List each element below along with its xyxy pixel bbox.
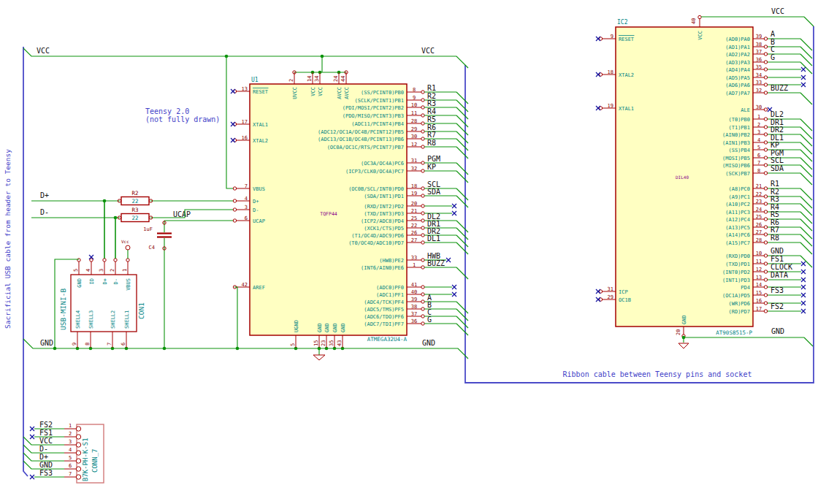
pin-end	[764, 241, 767, 244]
pin-name: (ADC6/TDO)PF6	[364, 314, 404, 320]
pin-number: 16	[242, 135, 248, 141]
resistor-ref: R2	[131, 190, 138, 196]
pin-name: VBUS	[253, 186, 265, 192]
pin-name: (SS/PCINT0)PB0	[361, 90, 404, 96]
pin-name: (A11)PC3	[725, 210, 750, 215]
pin-number: 1	[757, 114, 760, 120]
pin-name: SHELL4	[75, 310, 81, 329]
wire	[804, 337, 813, 346]
conn7-pad	[76, 443, 80, 447]
pin-number: 40	[411, 289, 417, 295]
pin-name: (AD6)PA6	[725, 83, 750, 88]
pin-name: (T0/OC4D/ADC10)PD7	[348, 240, 404, 246]
pin-end	[764, 148, 767, 151]
pin-number: 3	[69, 439, 72, 445]
pin-number: 26	[756, 222, 762, 228]
pin-number: 30	[756, 104, 762, 110]
pin-end	[764, 76, 767, 79]
pin-number: 9	[72, 343, 77, 345]
pin-name: GND	[681, 315, 687, 324]
pin-end	[764, 226, 767, 229]
pin-end	[421, 130, 424, 133]
pin-number: 19	[608, 103, 613, 109]
pin-number: 15	[313, 340, 319, 346]
pin-name: D-	[253, 207, 259, 213]
pin-number: 12	[411, 142, 417, 148]
wire	[456, 221, 468, 232]
u1-ref: U1	[251, 77, 259, 83]
vcc-rail	[23, 48, 468, 68]
net-label: DL1	[427, 234, 440, 243]
pin-name: (SCLK/PCINT1)PB1	[355, 98, 404, 104]
pin-name: (AD7)PA7	[725, 91, 750, 96]
schematic-canvas: Teensy 2.0 (not fully drawn) Ribbon cabl…	[0, 0, 826, 504]
conn7-pad	[76, 467, 80, 471]
net-label: KP	[770, 141, 779, 149]
pin-name: AVCC	[337, 87, 343, 99]
pin-number: 24	[756, 207, 762, 213]
wire	[456, 267, 468, 279]
pin-name: VCC	[318, 87, 324, 96]
pin-number: 5	[757, 145, 760, 150]
pin-end	[421, 226, 424, 229]
pin-end	[764, 118, 767, 121]
pin-name: (A13)PC5	[725, 225, 750, 231]
pin-name: (XCK1/CTS)PD5	[364, 226, 404, 232]
pin-name: UGND	[294, 320, 299, 332]
pin-number: 4	[85, 269, 91, 272]
resistor-value: 22	[131, 198, 138, 205]
net-label: G	[427, 316, 432, 324]
net-label: BUZZ	[427, 259, 445, 267]
pin-end	[764, 68, 767, 71]
pin-end	[698, 15, 701, 18]
pin-end	[764, 91, 767, 94]
pin-number: 4	[69, 447, 72, 453]
wire	[800, 93, 812, 104]
pin-number: 34	[756, 72, 762, 78]
pin-number: 6	[121, 343, 126, 345]
net-label: SDA	[427, 188, 440, 196]
conn7-pad	[76, 451, 80, 455]
net-label: FS2	[770, 302, 784, 310]
net-label: GND	[771, 327, 784, 335]
pin-end	[421, 194, 424, 197]
pin-end	[421, 300, 424, 303]
pin-number: 15	[756, 290, 762, 296]
pin-name: (A15)PC7	[725, 240, 750, 246]
pin-end	[764, 195, 767, 198]
pin-name: AREF	[253, 285, 265, 291]
net-label: GND	[40, 339, 53, 347]
pin-end	[421, 205, 424, 207]
pin-number: 14	[307, 76, 313, 82]
pin-end	[421, 293, 424, 296]
pin-name: ICP	[619, 289, 628, 295]
u1-value: ATMEGA32U4-A	[367, 336, 408, 343]
pin-name: (ADC0)PF0	[376, 285, 404, 291]
pin-number: 16	[756, 298, 762, 304]
pin-number: 35	[329, 340, 334, 346]
usb-cable-bus	[23, 47, 28, 476]
pin-number: 36	[756, 57, 762, 63]
pin-end	[421, 99, 424, 102]
pin-name: SHELL1	[124, 310, 130, 329]
net-label: UCAP	[173, 210, 191, 218]
pin-end	[764, 156, 767, 159]
ic2-value: AT90S8515-P	[716, 329, 752, 336]
pin-end	[421, 169, 424, 172]
pin-number: 29	[608, 294, 613, 300]
pin-name: (T0)PB0	[728, 117, 750, 123]
pin-name: (ADC11/PCINT4)PB4	[351, 121, 404, 127]
pin-name: AVCC	[344, 87, 350, 99]
pin-number: 27	[756, 229, 762, 235]
schematic-svg: Teensy 2.0 (not fully drawn) Ribbon cabl…	[0, 0, 826, 504]
wire	[226, 56, 233, 188]
pin-name: (AIN0)PB2	[722, 132, 750, 138]
pin-name: (ICP3/CLK0/OC4A)PC7	[345, 169, 404, 175]
pin-name: (AD3)PA3	[725, 60, 750, 66]
power-flag-circle	[126, 245, 130, 250]
pin-name: (PDO/MISO/PCINT3)PB3	[343, 113, 404, 119]
pin-name: (AD0)PA0	[725, 37, 750, 42]
gnd-symbol	[313, 355, 325, 360]
pin-number: 31	[411, 158, 417, 164]
net-label: A	[770, 30, 775, 38]
